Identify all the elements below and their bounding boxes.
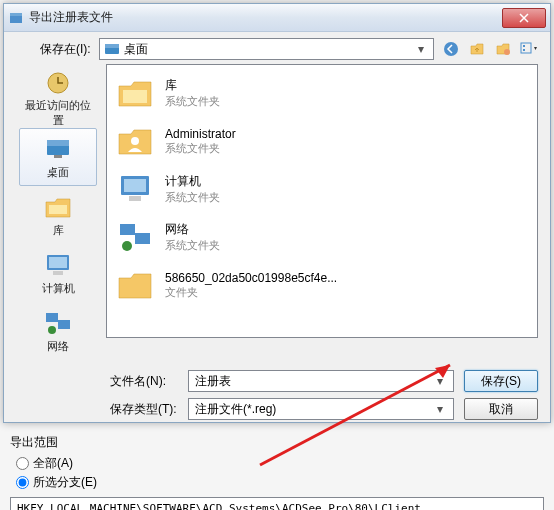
svg-rect-17 [46,313,58,322]
svg-rect-26 [135,233,150,244]
item-name: 网络 [165,221,220,238]
up-icon[interactable] [468,40,486,58]
save-in-label: 保存在(I): [40,41,91,58]
radio-all[interactable]: 全部(A) [16,455,544,472]
dialog-title: 导出注册表文件 [29,9,502,26]
filename-label: 文件名(N): [110,373,178,390]
file-list[interactable]: 库系统文件夹 Administrator系统文件夹 计算机系统文件夹 网络系统文… [106,64,538,338]
list-item[interactable]: Administrator系统文件夹 [111,117,533,165]
place-computer[interactable]: 计算机 [19,244,97,302]
save-dialog: 导出注册表文件 保存在(I): 桌面 ▾ 最近访问的位置 [3,3,551,423]
filename-input[interactable]: 注册表▾ [188,370,454,392]
place-libraries[interactable]: 库 [19,186,97,244]
svg-rect-11 [47,140,69,146]
place-label: 桌面 [47,165,69,180]
libraries-icon [115,75,155,111]
svg-point-5 [504,49,510,55]
chevron-down-icon[interactable]: ▾ [433,374,447,388]
cancel-button[interactable]: 取消 [464,398,538,420]
export-range-title: 导出范围 [10,434,544,451]
close-button[interactable] [502,8,546,28]
chevron-down-icon[interactable]: ▾ [433,402,447,416]
svg-rect-23 [124,179,146,192]
item-name: 586650_02da50c01998e5cf4e... [165,271,337,285]
place-desktop[interactable]: 桌面 [19,128,97,186]
libraries-icon [42,193,74,221]
network-icon [115,219,155,255]
list-item[interactable]: 网络系统文件夹 [111,213,533,261]
svg-point-27 [122,241,132,251]
list-item[interactable]: 计算机系统文件夹 [111,165,533,213]
folder-icon [115,267,155,303]
item-sub: 系统文件夹 [165,238,220,253]
svg-rect-24 [129,196,141,201]
location-combo[interactable]: 桌面 ▾ [99,38,434,60]
svg-rect-3 [105,44,119,48]
place-label: 库 [53,223,64,238]
location-toolbar: 保存在(I): 桌面 ▾ [4,32,550,64]
svg-rect-25 [120,224,135,235]
export-range-group: 导出范围 全部(A) 所选分支(E) [10,434,544,510]
radio-selected-label: 所选分支(E) [33,474,97,491]
svg-point-4 [444,42,458,56]
list-item[interactable]: 库系统文件夹 [111,69,533,117]
svg-rect-8 [523,49,525,51]
filetype-label: 保存类型(T): [110,401,178,418]
place-label: 最近访问的位置 [20,98,96,128]
item-sub: 系统文件夹 [165,141,236,156]
app-icon [8,10,24,26]
svg-point-21 [131,137,139,145]
save-button[interactable]: 保存(S) [464,370,538,392]
desktop-icon [42,135,74,163]
svg-rect-15 [49,257,67,268]
chevron-down-icon[interactable]: ▾ [413,42,429,56]
radio-selected-input[interactable] [16,476,29,489]
filetype-combo[interactable]: 注册文件(*.reg)▾ [188,398,454,420]
item-sub: 系统文件夹 [165,94,220,109]
places-bar: 最近访问的位置 桌面 库 计算机 网络 [16,64,100,360]
svg-rect-6 [521,43,531,53]
svg-rect-12 [54,155,62,158]
branch-path-input[interactable] [10,497,544,510]
radio-all-input[interactable] [16,457,29,470]
svg-rect-7 [523,45,525,47]
radio-selected[interactable]: 所选分支(E) [16,474,544,491]
toolbar-icons [442,40,538,58]
back-icon[interactable] [442,40,460,58]
form-area: 文件名(N): 注册表▾ 保存(S) 保存类型(T): 注册文件(*.reg)▾… [4,366,550,420]
new-folder-icon[interactable] [494,40,512,58]
svg-rect-18 [58,320,70,329]
svg-rect-13 [49,205,67,214]
computer-icon [42,251,74,279]
svg-rect-20 [123,90,147,103]
location-text: 桌面 [124,41,413,58]
list-item[interactable]: 586650_02da50c01998e5cf4e...文件夹 [111,261,533,309]
item-name: 库 [165,77,220,94]
item-sub: 系统文件夹 [165,190,220,205]
place-label: 网络 [47,339,69,354]
radio-all-label: 全部(A) [33,455,73,472]
desktop-icon [104,42,120,56]
svg-point-19 [48,326,56,334]
item-name: 计算机 [165,173,220,190]
place-network[interactable]: 网络 [19,302,97,360]
item-sub: 文件夹 [165,285,337,300]
titlebar[interactable]: 导出注册表文件 [4,4,550,32]
place-label: 计算机 [42,281,75,296]
computer-icon [115,171,155,207]
svg-rect-1 [10,13,22,16]
recent-icon [42,70,74,96]
user-folder-icon [115,123,155,159]
svg-rect-16 [53,271,63,275]
network-icon [42,309,74,337]
view-menu-icon[interactable] [520,40,538,58]
place-recent[interactable]: 最近访问的位置 [19,70,97,128]
item-name: Administrator [165,127,236,141]
